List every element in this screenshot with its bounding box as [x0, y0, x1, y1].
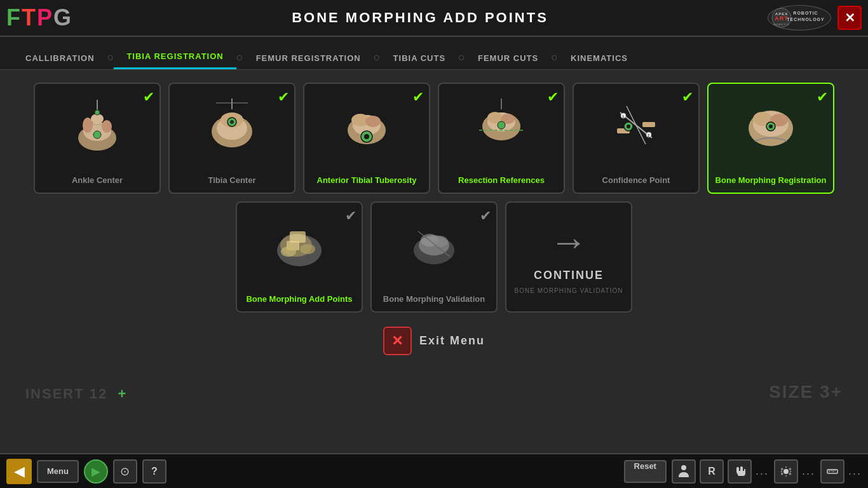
bone-morphing-registration-label: Bone Morphing Registration: [715, 175, 827, 186]
ankle-center-image: [59, 90, 135, 160]
card-anterior-tibial[interactable]: ✔ Anterior Tibial Tuberosity: [303, 83, 430, 194]
card-bone-morphing-registration[interactable]: ✔ Bone Morphing Registration: [707, 83, 834, 194]
card-tibia-center[interactable]: ✔ Tibia Center: [168, 83, 295, 194]
svg-point-33: [498, 121, 505, 129]
ruler-icon-btn[interactable]: [820, 459, 844, 484]
bone-morphing-registration-image: [733, 90, 809, 160]
tab-sep-2: ○: [236, 51, 243, 69]
anterior-tibial-label: Anterior Tibial Tuberosity: [317, 175, 417, 186]
svg-rect-37: [642, 122, 655, 127]
card-ankle-center[interactable]: ✔ Ankle Center: [34, 83, 161, 194]
page-title: BONE MORPHING ADD POINTS: [72, 10, 768, 26]
insert-bg-label: INSERT 12 +: [25, 386, 127, 402]
logo-p: P: [37, 4, 53, 30]
tab-calibration[interactable]: CALLIBRATION: [13, 47, 107, 69]
tab-tibia-registration[interactable]: TIBIA REGISTRATION: [114, 45, 236, 69]
bone-morphing-validation-image: [396, 209, 472, 279]
card-confidence-point[interactable]: ✔ 1 2 Confidence Point: [573, 83, 700, 194]
menu-button[interactable]: Menu: [37, 460, 79, 483]
toolbar-group-1: R ...: [672, 459, 769, 484]
exit-x-button[interactable]: ✕: [383, 327, 412, 355]
help-button[interactable]: ?: [142, 459, 166, 484]
check-tibia-center: ✔: [278, 89, 289, 105]
gear-icon-btn[interactable]: [774, 459, 798, 484]
check-bone-morphing-validation: ✔: [480, 208, 491, 224]
exit-label: Exit Menu: [419, 334, 485, 348]
toolbar-group-3: ...: [820, 459, 862, 484]
tab-sep-5: ○: [551, 51, 558, 69]
card-continue[interactable]: → CONTINUE BONE MORPHING VALIDATION: [505, 201, 632, 313]
svg-point-55: [300, 244, 315, 254]
bottom-bar: ◀ Menu ▶ ⊙ ? Reset R ...: [0, 453, 868, 488]
bone-morphing-add-points-image: [261, 209, 337, 279]
ankle-center-label: Ankle Center: [72, 175, 123, 186]
continue-sublabel: BONE MORPHING VALIDATION: [515, 287, 623, 294]
bone-morphing-validation-label: Bone Morphing Validation: [383, 294, 485, 305]
person-icon-btn[interactable]: [672, 459, 696, 484]
svg-point-12: [95, 110, 100, 115]
card-bone-morphing-add-points[interactable]: ✔ Bone Morphing Add Points: [236, 201, 363, 313]
dots-1: ...: [756, 464, 769, 478]
logo: FTPG: [6, 4, 72, 31]
check-anterior-tibial: ✔: [412, 89, 424, 105]
play-button[interactable]: ▶: [84, 459, 108, 484]
r-label-btn[interactable]: R: [700, 459, 724, 484]
svg-point-26: [364, 134, 369, 139]
person-icon: [677, 464, 690, 478]
cards-row-2: ✔ Bone Morphing Add Points ✔: [19, 201, 849, 313]
card-resection-references[interactable]: ✔ Resection References: [438, 83, 565, 194]
check-bone-morphing-add-points: ✔: [345, 208, 356, 224]
svg-point-59: [433, 236, 448, 247]
confidence-point-image: 1 2: [598, 90, 674, 160]
continue-label: CONTINUE: [534, 269, 604, 282]
svg-point-20: [230, 120, 234, 124]
logo-g: G: [53, 4, 72, 30]
tab-femur-cuts[interactable]: FEMUR CUTS: [465, 47, 551, 69]
cards-row-1: ✔ Ankle Center ✔: [19, 83, 849, 194]
ruler-icon: [825, 464, 839, 478]
resection-references-label: Resection References: [458, 175, 545, 186]
dots-3: ...: [848, 464, 862, 478]
logo-t: T: [22, 4, 37, 30]
dots-2: ...: [802, 464, 815, 478]
tab-femur-registration[interactable]: FEMUR REGISTRATION: [243, 47, 374, 69]
toolbar-group-2: ...: [774, 459, 815, 484]
svg-rect-53: [290, 231, 306, 243]
svg-point-54: [281, 247, 296, 257]
check-resection-references: ✔: [547, 89, 559, 105]
tibia-center-image: [194, 90, 270, 160]
svg-rect-62: [827, 470, 837, 473]
tab-kinematics[interactable]: KINEMATICS: [558, 47, 641, 69]
back-button[interactable]: ◀: [6, 459, 32, 484]
svg-point-49: [769, 125, 773, 128]
main-content: ✔ Ankle Center ✔: [0, 70, 868, 453]
svg-point-39: [627, 125, 630, 128]
header: FTPG BONE MORPHING ADD POINTS APEX ART R…: [0, 0, 868, 37]
tibia-center-label: Tibia Center: [208, 175, 256, 186]
tab-sep-1: ○: [107, 51, 114, 69]
svg-point-24: [365, 116, 381, 127]
camera-button[interactable]: ⊙: [113, 459, 137, 484]
help-icon: ?: [151, 466, 158, 477]
confidence-point-label: Confidence Point: [602, 175, 670, 186]
hand-icon: [733, 464, 746, 478]
svg-text:ROBOTIC: ROBOTIC: [773, 23, 789, 26]
close-button[interactable]: ✕: [837, 6, 862, 30]
hand-icon-btn[interactable]: [728, 459, 752, 484]
camera-icon: ⊙: [120, 464, 130, 478]
check-confidence-point: ✔: [682, 89, 693, 105]
art-logo: APEX ART ROBOTIC ROBOTIC TECHNOLOGY: [768, 5, 831, 30]
header-right: APEX ART ROBOTIC ROBOTIC TECHNOLOGY ✕: [768, 5, 862, 30]
tab-sep-3: ○: [374, 51, 381, 69]
tabs-bar: CALLIBRATION ○ TIBIA REGISTRATION ○ FEMU…: [0, 37, 868, 70]
tab-tibia-cuts[interactable]: TIBIA CUTS: [381, 47, 458, 69]
check-ankle-center: ✔: [143, 89, 154, 105]
svg-point-9: [102, 120, 112, 133]
gear-icon: [779, 464, 793, 478]
svg-point-61: [681, 465, 686, 470]
card-bone-morphing-validation[interactable]: ✔ Bone Morphing Validation: [370, 201, 498, 313]
r-label: R: [708, 466, 715, 477]
check-bone-morphing-registration: ✔: [817, 89, 828, 105]
anterior-tibial-image: [329, 90, 405, 160]
reset-button[interactable]: Reset: [624, 460, 667, 483]
